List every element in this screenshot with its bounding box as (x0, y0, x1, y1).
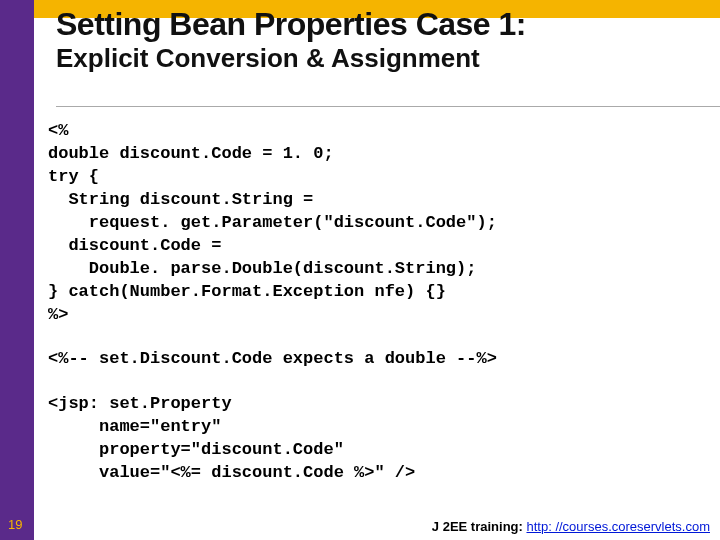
title-line-2: Explicit Conversion & Assignment (56, 44, 704, 73)
code-block-3: <jsp: set.Property name="entry" property… (48, 393, 704, 485)
code-block-2: <%-- set.Discount.Code expects a double … (48, 348, 704, 371)
footer: J 2EE training: http: //courses.coreserv… (432, 519, 710, 534)
code-block-1: <% double discount.Code = 1. 0; try { St… (48, 120, 704, 326)
title-underline (56, 106, 720, 107)
footer-label: J 2EE training: (432, 519, 527, 534)
left-rail (0, 0, 34, 540)
slide-title: Setting Bean Properties Case 1: Explicit… (56, 8, 704, 72)
page-number: 19 (8, 517, 22, 532)
slide-body: <% double discount.Code = 1. 0; try { St… (48, 120, 704, 508)
footer-link[interactable]: http: //courses.coreservlets.com (526, 519, 710, 534)
slide: Setting Bean Properties Case 1: Explicit… (0, 0, 720, 540)
title-line-1: Setting Bean Properties Case 1: (56, 8, 704, 42)
